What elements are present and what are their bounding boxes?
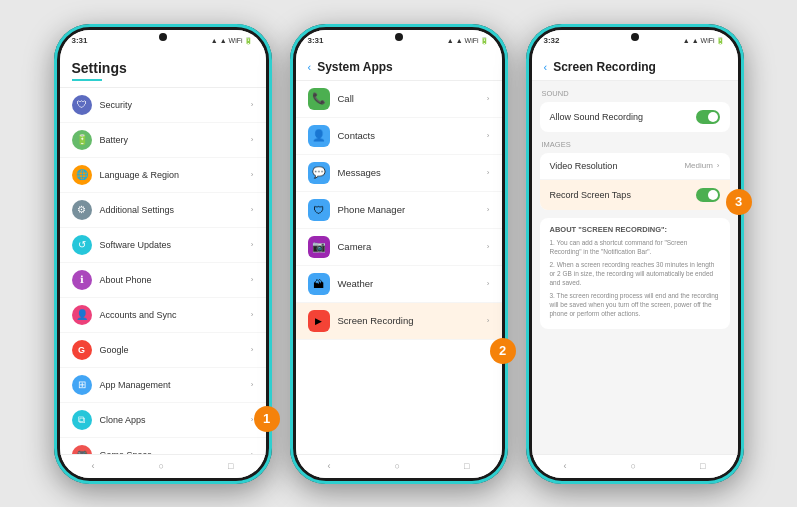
screenrecording-label: Screen Recording [338, 315, 487, 326]
phone-1-status-icons: ▲ ▲ WiFi 🔋 [211, 37, 254, 45]
app-item-screenrecording[interactable]: ▶ Screen Recording › [296, 303, 502, 340]
settings-divider [72, 79, 102, 81]
appmanage-arrow: › [251, 380, 254, 389]
back-btn-1[interactable]: ‹ [92, 461, 95, 471]
video-resolution-row[interactable]: Video Resolution Medium › [540, 153, 730, 180]
back-arrow-3[interactable]: ‹ [544, 61, 548, 73]
images-section-label: Images [540, 140, 730, 149]
settings-item-cloneapps[interactable]: ⧉ Clone Apps › [60, 403, 266, 438]
phonemanager-icon: 🛡 [308, 199, 330, 221]
settings-header: Settings [60, 52, 266, 88]
recents-btn-3[interactable]: □ [700, 461, 705, 471]
google-arrow: › [251, 345, 254, 354]
battery-label: Battery [100, 135, 251, 145]
screenrecording-header: ‹ Screen Recording [532, 52, 738, 81]
phone-2: 3:31 ▲ ▲ WiFi 🔋 ‹ System Apps 📞 Call › 👤… [290, 24, 508, 484]
phone-3-bottom-nav: ‹ ○ □ [532, 454, 738, 478]
home-btn-3[interactable]: ○ [631, 461, 636, 471]
phone-2-screen: 3:31 ▲ ▲ WiFi 🔋 ‹ System Apps 📞 Call › 👤… [296, 30, 502, 478]
sound-section-label: Sound [540, 89, 730, 98]
settings-item-security[interactable]: 🛡 Security › [60, 88, 266, 123]
recents-btn-1[interactable]: □ [228, 461, 233, 471]
back-btn-3[interactable]: ‹ [564, 461, 567, 471]
about-arrow: › [251, 275, 254, 284]
contacts-arrow: › [487, 131, 490, 140]
about-icon: ℹ [72, 270, 92, 290]
allow-sound-row[interactable]: Allow Sound Recording [540, 102, 730, 132]
record-taps-toggle[interactable] [696, 188, 720, 202]
back-arrow-2[interactable]: ‹ [308, 61, 312, 73]
app-item-messages[interactable]: 💬 Messages › [296, 155, 502, 192]
weather-label: Weather [338, 278, 487, 289]
about-label: About Phone [100, 275, 251, 285]
app-item-phonemanager[interactable]: 🛡 Phone Manager › [296, 192, 502, 229]
phone-3: 3:32 ▲ ▲ WiFi 🔋 ‹ Screen Recording Sound… [526, 24, 744, 484]
screenrecording-title: Screen Recording [553, 60, 656, 74]
app-item-contacts[interactable]: 👤 Contacts › [296, 118, 502, 155]
app-item-camera[interactable]: 📷 Camera › [296, 229, 502, 266]
google-label: Google [100, 345, 251, 355]
phone-container: 3:31 ▲ ▲ WiFi 🔋 Settings 🛡 Security › 🔋 … [44, 14, 754, 494]
video-resolution-arrow: › [717, 161, 720, 170]
call-label: Call [338, 93, 487, 104]
phone-3-status-icons: ▲ ▲ WiFi 🔋 [683, 37, 726, 45]
settings-item-appmanage[interactable]: ⊞ App Management › [60, 368, 266, 403]
gamespace-arrow: › [251, 450, 254, 454]
accounts-icon: 👤 [72, 305, 92, 325]
camera-icon: 📷 [308, 236, 330, 258]
images-card: Video Resolution Medium › Record Screen … [540, 153, 730, 210]
about-point-2: 2. When a screen recording reaches 30 mi… [550, 260, 720, 287]
phone-1-time: 3:31 [72, 36, 88, 45]
settings-item-battery[interactable]: 🔋 Battery › [60, 123, 266, 158]
settings-item-gamespace[interactable]: 🎮 Game Space › [60, 438, 266, 454]
systemapps-title: System Apps [317, 60, 393, 74]
app-item-call[interactable]: 📞 Call › [296, 81, 502, 118]
allow-sound-label: Allow Sound Recording [550, 112, 696, 122]
camera-arrow: › [487, 242, 490, 251]
language-arrow: › [251, 170, 254, 179]
record-taps-label: Record Screen Taps [550, 190, 696, 200]
appmanage-icon: ⊞ [72, 375, 92, 395]
app-list: 📞 Call › 👤 Contacts › 💬 Messages › 🛡 Pho… [296, 81, 502, 454]
settings-item-google[interactable]: G Google › [60, 333, 266, 368]
weather-icon: 🏔 [308, 273, 330, 295]
updates-arrow: › [251, 240, 254, 249]
about-title: ABOUT "SCREEN RECORDING": [550, 225, 720, 234]
accounts-arrow: › [251, 310, 254, 319]
screenrecording-arrow: › [487, 316, 490, 325]
additional-label: Additional Settings [100, 205, 251, 215]
settings-item-accounts[interactable]: 👤 Accounts and Sync › [60, 298, 266, 333]
contacts-icon: 👤 [308, 125, 330, 147]
camera-label: Camera [338, 241, 487, 252]
settings-list: 🛡 Security › 🔋 Battery › 🌐 Language & Re… [60, 88, 266, 454]
phone-1: 3:31 ▲ ▲ WiFi 🔋 Settings 🛡 Security › 🔋 … [54, 24, 272, 484]
phone-2-time: 3:31 [308, 36, 324, 45]
messages-arrow: › [487, 168, 490, 177]
battery-arrow: › [251, 135, 254, 144]
updates-icon: ↺ [72, 235, 92, 255]
gamespace-icon: 🎮 [72, 445, 92, 454]
phone-2-bottom-nav: ‹ ○ □ [296, 454, 502, 478]
call-arrow: › [487, 94, 490, 103]
additional-arrow: › [251, 205, 254, 214]
app-item-weather[interactable]: 🏔 Weather › [296, 266, 502, 303]
allow-sound-toggle[interactable] [696, 110, 720, 124]
back-btn-2[interactable]: ‹ [328, 461, 331, 471]
settings-item-language[interactable]: 🌐 Language & Region › [60, 158, 266, 193]
video-resolution-value: Medium [684, 161, 712, 170]
battery-icon: 🔋 [72, 130, 92, 150]
contacts-label: Contacts [338, 130, 487, 141]
step-badge-1: 1 [254, 406, 280, 432]
cloneapps-icon: ⧉ [72, 410, 92, 430]
record-taps-row[interactable]: Record Screen Taps [540, 180, 730, 210]
settings-item-updates[interactable]: ↺ Software Updates › [60, 228, 266, 263]
systemapps-header: ‹ System Apps [296, 52, 502, 81]
home-btn-1[interactable]: ○ [159, 461, 164, 471]
messages-label: Messages [338, 167, 487, 178]
home-btn-2[interactable]: ○ [395, 461, 400, 471]
weather-arrow: › [487, 279, 490, 288]
settings-item-additional[interactable]: ⚙ Additional Settings › [60, 193, 266, 228]
phonemanager-arrow: › [487, 205, 490, 214]
recents-btn-2[interactable]: □ [464, 461, 469, 471]
settings-item-about[interactable]: ℹ About Phone › [60, 263, 266, 298]
